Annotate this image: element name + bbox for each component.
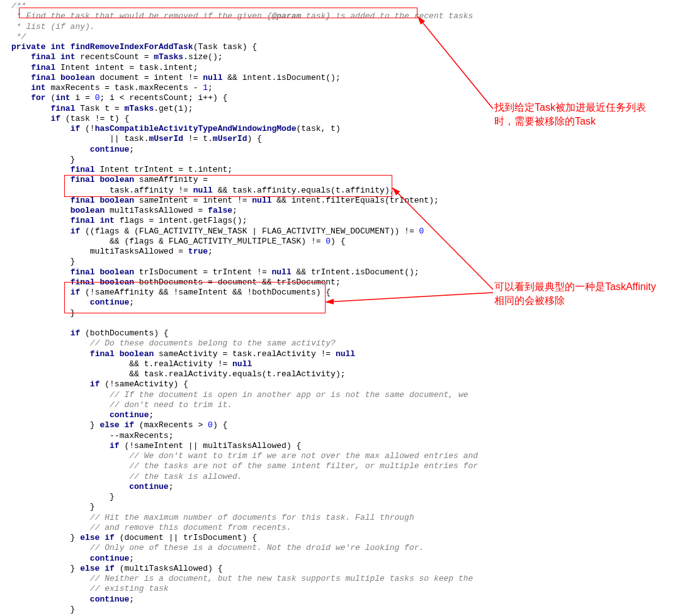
code-line: if (!sameActivity) { (11, 379, 675, 389)
code-line: */ (11, 32, 675, 42)
code-line: // Only one of these is a document. Not … (11, 543, 675, 553)
code-line: * Find the task that would be removed if… (11, 11, 675, 21)
code-line: final boolean sameAffinity = (11, 175, 675, 185)
code-line: && (flags & FLAG_ACTIVITY_MULTIPLE_TASK)… (11, 237, 675, 247)
code-line: || task.mUserId != t.mUserId) { (11, 134, 675, 144)
code-line: // don't need to trim it. (11, 400, 675, 410)
code-line: } (11, 155, 675, 165)
code-line: /** (11, 1, 675, 11)
code-line: continue; (11, 554, 675, 564)
code-line: && t.realActivity != null (11, 359, 675, 369)
code-line: && task.realActivity.equals(t.realActivi… (11, 369, 675, 379)
code-line: if (!sameIntent || multiTasksAllowed) { (11, 441, 675, 451)
code-line: --maxRecents; (11, 431, 675, 441)
code-line: // existing task (11, 584, 675, 594)
code-line: int maxRecents = task.maxRecents - 1; (11, 83, 675, 93)
code-line: // Hit the maximum number of documents f… (11, 513, 675, 523)
code-line: } else if (maxRecents > 0) { (11, 420, 675, 430)
code-line: * list (if any). (11, 22, 675, 32)
code-line: // Neither is a document, but the new ta… (11, 574, 675, 584)
code-block: /** * Find the task that would be remove… (0, 0, 675, 616)
code-line: } (11, 308, 675, 318)
code-line: final boolean sameIntent = intent != nul… (11, 196, 675, 206)
code-line (11, 318, 675, 328)
code-line: } (11, 492, 675, 502)
code-line: task.affinity != null && task.affinity.e… (11, 186, 675, 196)
code-line: continue; (11, 145, 675, 155)
code-line: if ((flags & (FLAG_ACTIVITY_NEW_TASK | F… (11, 227, 675, 237)
code-line: } else if (multiTasksAllowed) { (11, 564, 675, 574)
code-line: final boolean trIsDocument = trIntent !=… (11, 267, 675, 277)
code-line: // and remove this document from recents… (11, 523, 675, 533)
code-line: continue; (11, 482, 675, 492)
code-line: continue; (11, 595, 675, 605)
code-line: // the task is allowed. (11, 472, 675, 482)
code-line: // Do these documents belong to the same… (11, 339, 675, 349)
code-line: continue; (11, 410, 675, 420)
code-line: // the tasks are not of the same intent … (11, 461, 675, 471)
code-line: final boolean document = intent != null … (11, 73, 675, 83)
code-line: // If the document is open in another ap… (11, 390, 675, 400)
code-line: final int recentsCount = mTasks.size(); (11, 52, 675, 62)
code-line: final Intent intent = task.intent; (11, 63, 675, 73)
code-line: final int flags = intent.getFlags(); (11, 216, 675, 226)
code-line: // We don't want to trim if we are not o… (11, 451, 675, 461)
code-line: final Intent trIntent = t.intent; (11, 165, 675, 175)
code-line: private int findRemoveIndexForAddTask(Ta… (11, 42, 675, 52)
annotation-1: 找到给定Task被加进最近任务列表时，需要被移除的Task (494, 101, 658, 128)
code-line: } else if (document || trIsDocument) { (11, 533, 675, 543)
code-line: } (11, 605, 675, 615)
code-line: } (11, 502, 675, 512)
code-line: boolean multiTasksAllowed = false; (11, 206, 675, 216)
annotation-2: 可以看到最典型的一种是TaskAffinity相同的会被移除 (494, 280, 658, 307)
code-line: if (bothDocuments) { (11, 328, 675, 339)
code-line: multiTasksAllowed = true; (11, 247, 675, 257)
code-line: final boolean sameActivity = task.realAc… (11, 349, 675, 359)
code-line: } (11, 257, 675, 267)
